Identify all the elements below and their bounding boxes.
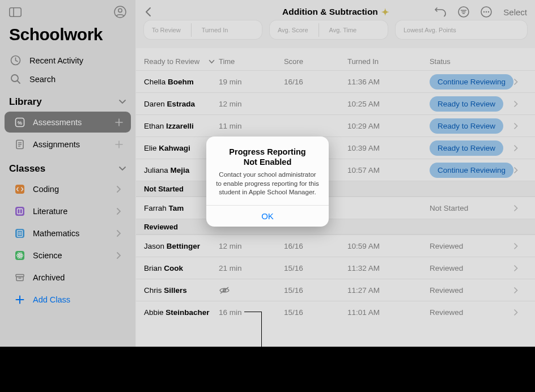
status-pill[interactable]: Continue Reviewing [430, 74, 513, 90]
table-row[interactable]: Ethan Izzarelli11 min10:29 AMReady to Re… [136, 114, 535, 137]
plus-icon [14, 295, 26, 305]
student-name: Chella Boehm [144, 78, 219, 86]
cell-turnedin: 11:32 AM [347, 264, 430, 272]
cell-status: Reviewed [430, 264, 513, 272]
library-header[interactable]: Library [0, 88, 135, 111]
chevron-right-icon [513, 167, 527, 174]
svg-point-23 [19, 254, 20, 256]
callout-line [244, 312, 261, 312]
table-row[interactable]: Daren Estrada12 min10:25 AMReady to Revi… [136, 92, 535, 114]
chevron-right-icon [114, 252, 124, 259]
cell-score: 16/16 [284, 78, 347, 86]
assessment-icon: % [14, 117, 26, 128]
chevron-right-icon [513, 242, 527, 250]
column-header-score[interactable]: Score [284, 57, 347, 66]
table-row[interactable]: Elie Kahwagi10:39 AMReady to Review [136, 137, 535, 159]
sidebar-item-recent-activity[interactable]: Recent Activity [0, 51, 135, 70]
student-name: Ethan Izzarelli [144, 122, 219, 130]
sidebar-item-assignments[interactable]: Assignments [5, 134, 131, 155]
table-row[interactable]: Chella Boehm19 min16/1611:36 AMContinue … [136, 70, 535, 92]
chevron-right-icon [513, 287, 527, 294]
alert-dialog: Progress ReportingNot Enabled Contact yo… [206, 137, 329, 227]
summary-card-review: To Review Turned In [144, 20, 262, 39]
chevron-down-icon [118, 166, 126, 172]
chevron-right-icon [513, 100, 527, 108]
cell-turnedin: 11:36 AM [347, 78, 430, 86]
cell-turnedin: 10:25 AM [347, 100, 430, 108]
cell-status: Reviewed [430, 242, 513, 250]
undo-button[interactable] [434, 7, 447, 17]
column-header-status[interactable]: Status [430, 57, 513, 66]
cell-turnedin: 10:29 AM [347, 122, 430, 130]
table-row[interactable]: Brian Cook21 min15/1611:32 AMReviewed [136, 257, 535, 279]
plus-icon[interactable] [114, 140, 124, 149]
column-header-time[interactable]: Time [219, 57, 284, 66]
sidebar-item-assessments[interactable]: % Assessments [5, 112, 131, 133]
svg-point-3 [118, 8, 122, 12]
add-class-button[interactable]: Add Class [5, 289, 131, 310]
cell-status: Reviewed [430, 286, 513, 295]
cell-time: 11 min [219, 122, 284, 130]
cell-status: Reviewed [430, 308, 513, 317]
chevron-right-icon [114, 185, 124, 193]
sidebar-item-search[interactable]: Search [0, 70, 135, 88]
svg-text:%: % [18, 120, 22, 126]
alert-title: Progress ReportingNot Enabled [215, 147, 320, 167]
search-icon [9, 74, 22, 84]
svg-point-36 [486, 11, 487, 12]
select-button[interactable]: Select [503, 7, 527, 17]
cell-status: Ready to Review [430, 96, 513, 112]
chevron-right-icon [513, 309, 527, 316]
sparkle-icon: ✦ [381, 7, 389, 18]
sidebar-toggle-icon[interactable] [9, 7, 22, 17]
column-header-ready[interactable]: Ready to Review [144, 57, 219, 66]
table-row[interactable]: Chris Sillers15/1611:27 AMReviewed [136, 279, 535, 301]
archived-icon [14, 272, 26, 283]
cell-score: 15/16 [284, 264, 347, 272]
table-row[interactable]: Farrah TamNot Started [136, 197, 535, 219]
more-button[interactable] [481, 6, 492, 18]
chevron-right-icon [114, 207, 124, 215]
sidebar-item-literature[interactable]: Literature [5, 201, 131, 221]
sidebar-item-mathematics[interactable]: Mathematics [5, 223, 131, 244]
plus-icon[interactable] [114, 118, 124, 127]
table-row[interactable]: Juliana Mejia10:57 AMContinue Reviewing [136, 159, 535, 181]
classes-header[interactable]: Classes [0, 155, 135, 178]
status-pill[interactable]: Ready to Review [430, 96, 503, 112]
table-header-row: Ready to Review Time Score Turned In Sta… [136, 48, 535, 70]
chevron-right-icon [513, 265, 527, 272]
filter-button[interactable] [458, 6, 469, 18]
status-pill[interactable]: Ready to Review [430, 118, 503, 134]
cell-turnedin: 10:59 AM [347, 242, 430, 250]
cell-score: 15/16 [284, 308, 347, 317]
cell-turnedin: 10:57 AM [347, 166, 430, 174]
sidebar-item-science[interactable]: Science [5, 245, 131, 266]
status-pill[interactable]: Continue Reviewing [430, 163, 513, 178]
cell-time: 12 min [219, 242, 284, 250]
cell-status: Not Started [430, 204, 513, 212]
assignment-icon [14, 139, 26, 150]
back-button[interactable] [144, 6, 152, 18]
summary-card-lowest: Lowest Avg. Points [396, 20, 527, 39]
cell-turnedin: 11:01 AM [347, 308, 430, 317]
svg-line-6 [18, 81, 20, 83]
column-header-turnedin[interactable]: Turned In [347, 57, 430, 66]
science-icon [14, 250, 26, 261]
alert-ok-button[interactable]: OK [206, 205, 329, 227]
svg-rect-0 [10, 7, 21, 16]
alert-message: Contact your school administrator to ena… [215, 171, 320, 197]
chevron-down-icon [118, 99, 126, 105]
status-pill[interactable]: Ready to Review [430, 140, 503, 156]
table-row[interactable]: Jason Bettinger12 min16/1610:59 AMReview… [136, 235, 535, 257]
profile-icon[interactable] [114, 6, 126, 18]
sidebar-item-coding[interactable]: Coding [5, 178, 131, 199]
chevron-right-icon [513, 78, 527, 86]
sidebar-item-archived[interactable]: Archived [5, 267, 131, 288]
table-row[interactable]: Abbie Steinbacher16 min15/1611:01 AMRevi… [136, 301, 535, 323]
cell-score: 15/16 [284, 286, 347, 295]
callout-line [261, 312, 262, 391]
cell-score: 16/16 [284, 242, 347, 250]
cell-time: 21 min [219, 264, 284, 272]
sidebar: Schoolwork Recent Activity Search Librar… [0, 0, 136, 347]
literature-icon [14, 206, 26, 217]
